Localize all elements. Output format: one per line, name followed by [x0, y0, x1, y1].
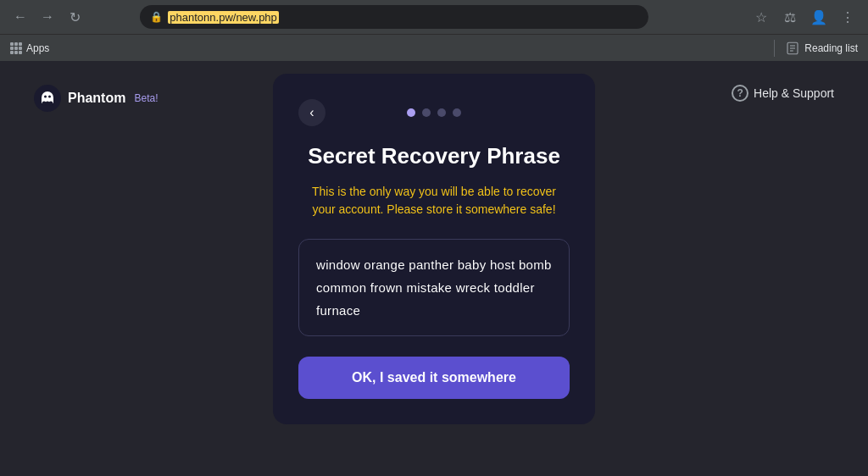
card-nav: ‹ [298, 99, 570, 126]
apps-item[interactable]: Apps [10, 42, 49, 54]
nav-buttons: ← → ↻ [8, 5, 86, 29]
back-button[interactable]: ← [8, 5, 32, 29]
phantom-beta: Beta! [134, 92, 158, 104]
dot-4 [453, 108, 461, 117]
dot-3 [437, 108, 446, 117]
address-bar[interactable]: 🔒 phantonn.pw/new.php [140, 5, 648, 29]
phantom-name: Phantom [68, 91, 125, 106]
reading-list-icon [785, 41, 800, 56]
recovery-phrase-card: ‹ Secret Recovery Phrase This is the onl… [273, 74, 595, 424]
dot-2 [422, 108, 431, 117]
forward-button[interactable]: → [36, 5, 59, 29]
address-highlight: phantonn.pw/new.php [168, 11, 279, 24]
reading-list-label: Reading list [804, 42, 858, 54]
browser-toolbar: ← → ↻ 🔒 phantonn.pw/new.php ☆ ⚖ 👤 ⋮ [0, 0, 868, 34]
apps-label: Apps [26, 42, 49, 54]
recovery-phrase-box: window orange panther baby host bomb com… [298, 239, 570, 336]
dot-1 [407, 108, 415, 117]
svg-point-8 [49, 102, 53, 106]
toolbar-actions: ☆ ⚖ 👤 ⋮ [749, 5, 860, 29]
phantom-ghost-icon [34, 85, 61, 112]
ok-saved-button[interactable]: OK, I saved it somewhere [298, 357, 570, 399]
svg-point-10 [48, 96, 51, 98]
phantom-logo: Phantom Beta! [34, 85, 158, 112]
menu-button[interactable]: ⋮ [836, 5, 860, 29]
help-icon: ? [732, 85, 748, 102]
reading-list-divider [774, 40, 775, 57]
apps-grid-icon [10, 42, 22, 54]
card-title: Secret Recovery Phrase [308, 143, 560, 169]
address-text: phantonn.pw/new.php [168, 11, 279, 24]
lock-icon: 🔒 [150, 11, 163, 23]
card-back-button[interactable]: ‹ [298, 99, 326, 126]
svg-point-9 [44, 96, 47, 98]
profile-button[interactable]: 👤 [807, 5, 831, 29]
reading-list-button[interactable]: Reading list [785, 41, 858, 56]
help-label: Help & Support [754, 86, 834, 100]
star-button[interactable]: ☆ [749, 5, 773, 29]
card-warning: This is the only way you will be able to… [312, 183, 556, 219]
browser-chrome: ← → ↻ 🔒 phantonn.pw/new.php ☆ ⚖ 👤 ⋮ Apps [0, 0, 868, 61]
page-content: Phantom Beta! ? Help & Support ‹ Secret … [0, 61, 868, 476]
help-support[interactable]: ? Help & Support [732, 85, 834, 102]
extensions-button[interactable]: ⚖ [778, 5, 802, 29]
bookmarks-bar: Apps Reading list [0, 34, 868, 61]
dots-container [407, 108, 461, 117]
refresh-button[interactable]: ↻ [63, 5, 86, 29]
